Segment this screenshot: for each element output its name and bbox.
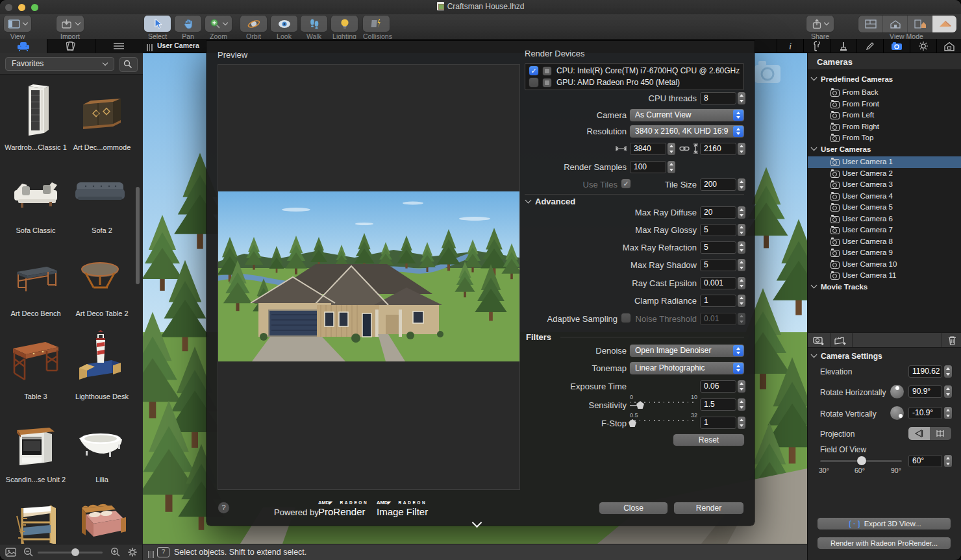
sensitivity-field[interactable]: 1.5 [700,398,736,411]
clamp-radiance-stepper[interactable] [738,295,745,307]
rotate-vertically-knob[interactable] [890,406,904,420]
render-button[interactable]: Render [674,502,743,514]
orbit-tool-button[interactable] [240,16,267,32]
camera-settings-header[interactable]: Camera Settings [812,352,882,361]
camera-row[interactable]: From Top [808,132,961,144]
ray-cast-epsilon-stepper[interactable] [738,277,745,289]
render-with-prorender-button[interactable]: Render with Radeon ProRender... [817,537,951,549]
exposure-time-field[interactable]: 0.06 [700,380,736,393]
help-button[interactable]: ? [218,502,229,513]
resolution-dropdown[interactable]: 3840 x 2160, 4K UHD 16:9 [630,125,744,138]
reset-button[interactable]: Reset [673,434,744,446]
library-scrollbar[interactable] [136,187,140,284]
clamp-radiance-field[interactable]: 1 [700,295,736,307]
f-stop-field[interactable]: 1 [700,417,736,429]
f-stop-slider[interactable]: 0.5 32 [630,412,697,429]
library-item-table-3[interactable] [5,330,66,390]
collisions-tool-button[interactable] [363,16,390,32]
exposure-time-stepper[interactable] [738,380,745,393]
camera-row[interactable]: From Right [808,121,961,133]
walk-tool-button[interactable] [301,16,327,32]
sensitivity-stepper[interactable] [738,398,745,411]
render-width-stepper[interactable] [668,143,675,155]
library-item-bed[interactable] [70,496,131,544]
add-camera-button[interactable] [808,333,830,347]
library-item-lighthouse-desk[interactable] [70,330,131,390]
tile-size-field[interactable]: 200 [700,178,736,191]
import-button[interactable] [56,16,84,32]
collapse-dialog-chevron[interactable] [471,519,482,526]
f-stop-stepper[interactable] [738,417,745,429]
max-ray-shadow-field[interactable]: 5 [700,259,736,271]
render-height-stepper[interactable] [738,143,745,155]
view-button[interactable] [4,16,31,32]
fov-slider-knob[interactable] [857,456,866,465]
rotate-horizontally-stepper[interactable] [944,385,952,398]
camera-row[interactable]: User Camera 11 [808,270,961,282]
library-item-commode[interactable] [70,81,131,141]
render-samples-stepper[interactable] [668,161,675,173]
camera-row[interactable]: User Camera 5 [808,202,961,213]
tab-cameras[interactable] [883,39,910,53]
render-samples-field[interactable]: 100 [630,161,666,173]
camera-row[interactable]: User Camera 8 [808,236,961,248]
look-tool-button[interactable] [271,16,297,32]
rotate-horizontally-knob[interactable] [890,385,904,398]
camera-row[interactable]: User Camera 3 [808,179,961,191]
viewport-tab-drag-handle[interactable] [147,42,154,54]
noise-threshold-stepper[interactable] [738,313,745,325]
tab-library-materials[interactable] [47,39,95,53]
cpu-device-checkbox[interactable]: ✓ [529,66,538,75]
tab-edit[interactable] [856,39,883,53]
fov-stepper[interactable] [944,455,952,467]
max-ray-diffuse-stepper[interactable] [738,206,745,219]
library-item-wardrobe[interactable] [5,81,66,141]
tab-light[interactable] [910,39,936,53]
library-item-art-deco-bench[interactable] [5,247,66,307]
zoom-in-icon[interactable] [110,547,121,557]
max-ray-glossy-stepper[interactable] [738,224,745,236]
render-height-field[interactable]: 2160 [700,143,736,155]
ray-cast-epsilon-field[interactable]: 0.001 [700,277,736,289]
denoise-dropdown[interactable]: Open Image Denoiser [630,345,744,357]
rotate-horizontally-field[interactable]: 90.9° [908,385,942,398]
tab-info[interactable]: i [777,39,803,53]
fov-field[interactable]: 60° [908,455,942,467]
camera-row[interactable]: From Front [808,99,961,110]
tab-measure[interactable] [803,39,830,53]
user-cameras-header[interactable]: User Cameras [812,145,871,153]
advanced-section-header[interactable]: Advanced [526,197,575,206]
tab-building[interactable] [936,39,961,53]
select-tool-button[interactable] [144,16,171,32]
render-width-field[interactable]: 3840 [630,143,666,155]
movie-tracks-header[interactable]: Movie Tracks [812,283,867,291]
tab-library-furniture[interactable] [0,39,47,53]
predefined-cameras-header[interactable]: Predefined Cameras [812,75,893,83]
library-search-button[interactable] [119,57,138,72]
cpu-threads-field[interactable]: 8 [700,92,736,104]
tab-library-list[interactable] [95,39,142,53]
status-bar-drag-handle[interactable] [148,549,155,560]
thumbnail-size-slider-knob[interactable] [71,548,79,556]
camera-row[interactable]: User Camera 6 [808,213,961,225]
delete-camera-button[interactable] [942,333,961,347]
max-ray-diffuse-field[interactable]: 20 [700,206,736,219]
view-mode-3d-button[interactable] [932,16,956,32]
noise-threshold-field[interactable]: 0.01 [700,313,736,325]
library-settings-gear-icon[interactable] [127,547,138,557]
view-mode-elevation-button[interactable] [883,16,908,32]
view-mode-plan-button[interactable] [858,16,883,32]
zoom-out-icon[interactable] [23,547,34,557]
library-item-sofa-classic[interactable] [5,164,66,224]
close-button[interactable]: Close [599,502,668,514]
camera-row[interactable]: User Camera 7 [808,225,961,236]
max-ray-refraction-field[interactable]: 5 [700,241,736,254]
camera-row[interactable]: User Camera 10 [808,259,961,271]
max-ray-shadow-stepper[interactable] [738,259,745,271]
library-item-sofa-2[interactable] [70,164,131,224]
camera-row[interactable]: User Camera 4 [808,191,961,202]
camera-row[interactable]: From Left [808,110,961,121]
rotate-vertically-stepper[interactable] [944,407,952,419]
viewport-tab-label[interactable]: User Camera [157,42,199,49]
camera-row[interactable]: From Back [808,87,961,99]
